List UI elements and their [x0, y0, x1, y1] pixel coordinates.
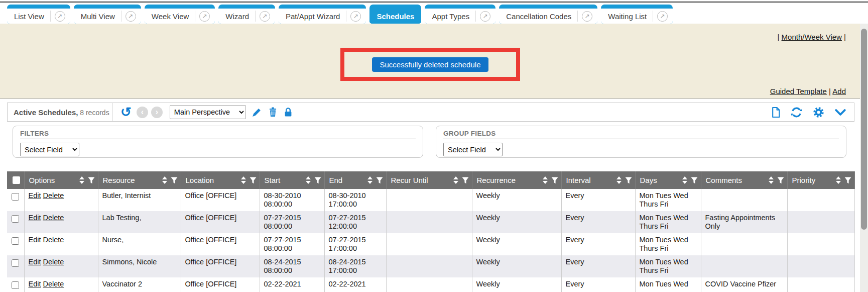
end-cell: 08-24-2015 17:00:00	[324, 255, 386, 277]
external-link-icon[interactable]: ↗	[260, 11, 270, 22]
external-link-icon[interactable]: ↗	[199, 11, 210, 22]
guided-template-link[interactable]: Guided Template	[770, 87, 827, 95]
filter-funnel-icon[interactable]	[551, 177, 558, 184]
select-all-header	[7, 171, 24, 189]
vertical-scrollbar[interactable]	[860, 24, 868, 292]
delete-link[interactable]: Delete	[43, 191, 64, 200]
external-link-icon[interactable]: ↗	[657, 11, 668, 22]
filter-funnel-icon[interactable]	[88, 177, 95, 184]
recur-until-cell	[386, 255, 472, 277]
tab-label: Waiting List	[606, 12, 649, 21]
col-comments: Comments	[701, 171, 787, 189]
tab-label: Schedules	[375, 12, 416, 21]
recurrence-cell: Weekly	[472, 211, 561, 233]
sort-icon[interactable]	[616, 176, 622, 184]
filter-funnel-icon[interactable]	[314, 177, 321, 184]
next-perspective-button[interactable]: ›	[151, 107, 163, 118]
tab-wizard[interactable]: Wizard ↗	[218, 5, 275, 24]
edit-link[interactable]: Edit	[29, 258, 41, 266]
add-link[interactable]: Add	[832, 87, 846, 95]
arrow-glyph: ↗	[262, 13, 267, 19]
sort-icon[interactable]	[453, 176, 458, 184]
delete-link[interactable]: Delete	[43, 280, 64, 288]
scrollbar-thumb[interactable]	[861, 29, 867, 230]
group-fields-select[interactable]: Select Field	[443, 143, 503, 156]
external-link-icon[interactable]: ↗	[582, 11, 592, 22]
lock-icon[interactable]	[284, 107, 292, 117]
sort-icon[interactable]	[241, 176, 246, 184]
sort-icon[interactable]	[543, 176, 548, 184]
select-all-checkbox[interactable]	[13, 176, 20, 184]
row-checkbox[interactable]	[12, 281, 19, 289]
collapse-chevron-icon[interactable]	[835, 109, 846, 116]
tab-cancellation-codes[interactable]: Cancellation Codes ↗	[499, 5, 597, 24]
sort-icon[interactable]	[836, 176, 841, 184]
month-week-view-links: | Month/Week View |	[778, 33, 846, 41]
filter-funnel-icon[interactable]	[376, 177, 383, 184]
sort-icon[interactable]	[306, 176, 311, 184]
delete-link[interactable]: Delete	[43, 258, 64, 266]
interval-cell: Every	[561, 189, 635, 211]
delete-link[interactable]: Delete	[43, 214, 64, 222]
tab-label: Wizard	[223, 12, 251, 21]
month-week-view-link[interactable]: Month/Week View	[782, 33, 842, 41]
edit-link[interactable]: Edit	[29, 214, 41, 222]
delete-link[interactable]: Delete	[43, 236, 64, 244]
sort-icon[interactable]	[79, 176, 84, 184]
edit-link[interactable]: Edit	[29, 236, 41, 244]
row-checkbox[interactable]	[12, 237, 19, 245]
resource-cell: Nurse,	[98, 233, 181, 255]
refresh-icon[interactable]	[791, 107, 802, 118]
filter-funnel-icon[interactable]	[777, 177, 784, 184]
success-notification[interactable]: Successfully deleted schedule	[372, 57, 489, 72]
external-link-icon[interactable]: ↗	[55, 11, 65, 22]
filter-funnel-icon[interactable]	[844, 177, 851, 184]
tab-appt-types[interactable]: Appt Types ↗	[425, 5, 495, 24]
external-link-icon[interactable]: ↗	[350, 11, 361, 22]
sort-icon[interactable]	[367, 176, 373, 184]
interval-cell: Every	[561, 211, 635, 233]
external-link-icon[interactable]: ↗	[126, 11, 136, 22]
tab-divider	[121, 11, 121, 22]
resource-cell: Lab Testing,	[98, 211, 181, 233]
col-end: End	[324, 171, 386, 189]
table-row: EditDelete Lab Testing, Office [OFFICE] …	[7, 211, 854, 233]
perspective-select[interactable]: Main Perspective	[170, 105, 246, 119]
tab-pat-appt-wizard[interactable]: Pat/Appt Wizard ↗	[279, 5, 366, 24]
col-priority: Priority	[787, 171, 854, 189]
filter-funnel-icon[interactable]	[250, 177, 257, 184]
sort-icon[interactable]	[162, 176, 167, 184]
filter-funnel-icon[interactable]	[171, 177, 178, 184]
row-checkbox[interactable]	[12, 215, 19, 223]
edit-link[interactable]: Edit	[29, 191, 41, 200]
recurrence-cell: Weekly	[472, 277, 561, 292]
external-link-icon[interactable]: ↗	[480, 11, 490, 22]
filter-funnel-icon[interactable]	[625, 177, 632, 184]
row-checkbox[interactable]	[12, 259, 19, 267]
tab-multi-view[interactable]: Multi View ↗	[74, 5, 141, 24]
gear-icon[interactable]	[813, 107, 824, 118]
sort-icon[interactable]	[769, 176, 774, 184]
col-recurrence: Recurrence	[472, 171, 561, 189]
new-document-icon[interactable]	[772, 107, 780, 118]
filter-funnel-icon[interactable]	[691, 177, 698, 184]
undo-icon[interactable]: ↺	[120, 106, 132, 119]
tab-week-view[interactable]: Week View ↗	[145, 5, 215, 24]
tab-label: Cancellation Codes	[504, 12, 573, 21]
col-label: Interval	[566, 176, 616, 184]
sort-icon[interactable]	[682, 176, 687, 184]
edit-perspective-icon[interactable]	[252, 108, 262, 117]
location-cell: Office [OFFICE]	[181, 277, 260, 292]
tab-schedules[interactable]: Schedules	[369, 5, 421, 24]
tab-waiting-list[interactable]: Waiting List ↗	[601, 5, 673, 24]
tab-list-view[interactable]: List View ↗	[7, 5, 70, 24]
row-checkbox[interactable]	[12, 193, 19, 201]
delete-perspective-icon[interactable]	[269, 107, 277, 117]
tab-label: Week View	[150, 12, 191, 21]
pipe: |	[844, 33, 846, 41]
filters-field-select[interactable]: Select Field	[20, 143, 79, 156]
prev-perspective-button[interactable]: ‹	[137, 107, 148, 118]
filter-funnel-icon[interactable]	[462, 177, 469, 184]
edit-link[interactable]: Edit	[29, 280, 41, 288]
pipe: |	[778, 33, 780, 41]
